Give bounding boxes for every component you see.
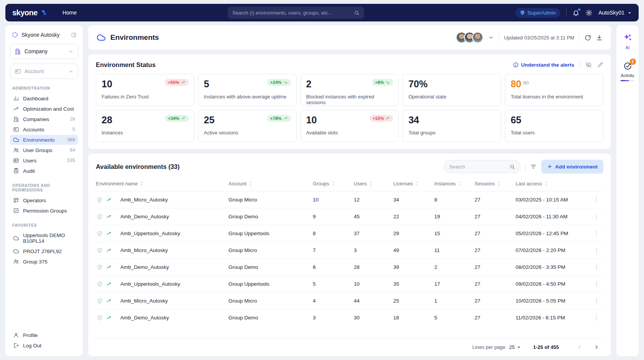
sidebar-item-environments[interactable]: Environments388 (10, 135, 78, 145)
next-page-button[interactable] (590, 342, 603, 352)
sidebar-item-group-375[interactable]: Group 375 (10, 257, 78, 267)
account-select[interactable]: Account (10, 64, 78, 79)
column-header-groups[interactable]: Groups (313, 181, 354, 187)
table-row[interactable]: Amb_Demo_AutoskyGroup Demo6283922708/02/… (96, 259, 603, 275)
table-row[interactable]: Amb_Micro_AutoskyGroup Micro4442512710/0… (96, 292, 603, 309)
cell-environment-name: Amb_Uppertools_Autosky (120, 231, 228, 236)
eye-off-icon (585, 62, 592, 68)
ai-assistant-button[interactable]: AI (623, 33, 632, 50)
cell-licenses: 49 (393, 247, 434, 253)
table-row[interactable]: Amb_Uppertools_AutoskyGroup Uppertools51… (96, 275, 603, 292)
cell-last-access: 09/02/2026 - 4:50 PM (516, 281, 590, 287)
sort-icon (497, 181, 501, 186)
add-environment-button[interactable]: Add environment (541, 160, 603, 173)
column-header-instances[interactable]: Instances (434, 181, 475, 187)
plus-icon (547, 164, 552, 169)
sidebar-item-profile[interactable]: Profile (10, 330, 78, 340)
column-header-users[interactable]: Users (354, 181, 393, 187)
status-value: 10 (102, 79, 112, 89)
refresh-button[interactable] (585, 34, 591, 41)
understand-alerts-link[interactable]: Understand the alerts (513, 62, 574, 68)
cell-last-access: 04/02/2026 - 11:30 AM (516, 214, 590, 219)
favorites-nav: Uppertools DEMO B10PL14PROJT J76PL92Grou… (10, 230, 78, 267)
activity-button[interactable]: 2 Activity (621, 61, 634, 81)
cell-last-access: 03/02/2025 - 10:15 AM (516, 197, 590, 203)
column-header-environment-name[interactable]: Environment name (96, 181, 228, 187)
status-title: Environment Status (96, 61, 508, 69)
table-search-input[interactable] (449, 164, 506, 170)
cell-groups: 3 (313, 315, 354, 321)
user-menu-label: AutoSky01 (598, 10, 624, 16)
chevron-down-icon[interactable] (488, 35, 494, 40)
table-row[interactable]: Amb_Micro_AutoskyGroup Micro7349112707/0… (96, 242, 603, 259)
table-row[interactable]: Amb_Uppertools_AutoskyGroup Uppertools83… (96, 225, 603, 242)
global-search-input[interactable] (232, 10, 354, 16)
cell-environment-name: Amb_Micro_Autosky (120, 197, 228, 203)
status-value: 80 (511, 79, 521, 89)
nav-home-link[interactable]: Home (62, 10, 77, 16)
sidebar-item-users[interactable]: Users535 (10, 155, 78, 165)
sidebar-item-label: Permission Groups (23, 208, 67, 214)
filter-button[interactable] (530, 164, 537, 170)
row-menu-button[interactable]: ⋮ (590, 263, 603, 271)
cell-groups: 10 (313, 197, 354, 203)
row-menu-button[interactable]: ⋮ (590, 230, 603, 237)
sidebar-item-operators[interactable]: Operators (10, 195, 78, 205)
cell-sessions: 27 (475, 214, 516, 219)
settings-gear-icon[interactable] (585, 9, 593, 16)
row-menu-button[interactable]: ⋮ (590, 297, 603, 304)
row-menu-button[interactable]: ⋮ (590, 314, 603, 321)
row-menu-button[interactable]: ⋮ (590, 213, 603, 220)
global-search[interactable] (228, 7, 364, 19)
table-row[interactable]: Amb_Micro_AutoskyGroup Micro10123482703/… (96, 191, 603, 208)
role-badge[interactable]: SuperAdmin (515, 8, 560, 18)
status-cards-grid: 10+55%Failures in Zero Trust5+24%Instanc… (96, 74, 603, 142)
cell-licenses: 35 (393, 281, 434, 287)
column-header-sessions[interactable]: Sessions (475, 181, 516, 187)
sidebar-item-projt-j76pl92[interactable]: PROJT J76PL92 (10, 246, 78, 256)
sidebar-item-optimization-and-cost[interactable]: Optimization and Cost (10, 104, 78, 114)
zero-trust-shield-icon (97, 197, 103, 203)
row-menu-button[interactable]: ⋮ (590, 247, 603, 254)
status-label: Total licenses in the environment (511, 94, 598, 100)
table-row[interactable]: Amb_Demo_AutoskyGroup Demo94522192704/02… (96, 208, 603, 225)
table-row[interactable]: Amb_Demo_AutoskyGroup Demo3301852711/02/… (96, 309, 603, 326)
row-menu-button[interactable]: ⋮ (590, 280, 603, 288)
download-button[interactable] (596, 34, 603, 41)
avatar-group[interactable] (456, 32, 483, 43)
sidebar-item-uppertools-demo-b10pl14[interactable]: Uppertools DEMO B10PL14 (10, 231, 78, 246)
cell-licenses: 34 (393, 197, 434, 203)
row-menu-button[interactable]: ⋮ (590, 196, 603, 203)
cell-sessions: 27 (475, 197, 516, 203)
user-menu[interactable]: AutoSky01 (598, 10, 632, 16)
notifications-button[interactable] (572, 9, 580, 16)
hide-panel-button[interactable] (585, 62, 592, 68)
sidebar-item-user-groups[interactable]: User Groups64 (10, 145, 78, 155)
status-label: Instances with above-average uptime (204, 94, 291, 100)
sidebar-item-dashboard[interactable]: Dashboard (10, 93, 78, 103)
trend-badge: +15% (370, 115, 393, 122)
sidebar-item-companies[interactable]: Companies2k (10, 114, 78, 124)
sidebar-item-audit[interactable]: Audit (10, 166, 78, 176)
table-search[interactable] (444, 160, 521, 173)
company-select[interactable]: Company (10, 44, 78, 59)
cell-instances: 8 (434, 197, 475, 203)
column-header-last-access[interactable]: Last access (516, 181, 590, 187)
column-header-licenses[interactable]: Licenses (393, 181, 434, 187)
filter-icon (530, 164, 537, 170)
edit-panel-button[interactable] (597, 62, 603, 68)
collapse-panel-icon[interactable] (71, 32, 77, 38)
lines-per-page-select[interactable]: 25 (509, 344, 521, 350)
cell-licenses: 25 (393, 298, 434, 304)
skyone-logo[interactable]: skyone (12, 8, 48, 17)
sort-icon (248, 181, 253, 186)
cell-environment-name: Amb_Demo_Autosky (120, 214, 228, 219)
sidebar-item-permission-groups[interactable]: Permission Groups (10, 206, 78, 216)
column-header-account[interactable]: Account (228, 181, 313, 187)
pagination-bar: Lines per page 25 1-25 of 455 (96, 338, 603, 356)
trend-up-icon (181, 80, 186, 85)
sidebar-item-accounts[interactable]: Accounts5 (10, 124, 78, 134)
previous-page-button[interactable] (573, 342, 586, 352)
sort-icon (331, 181, 335, 186)
sidebar-item-log-out[interactable]: Log Out (10, 340, 78, 350)
